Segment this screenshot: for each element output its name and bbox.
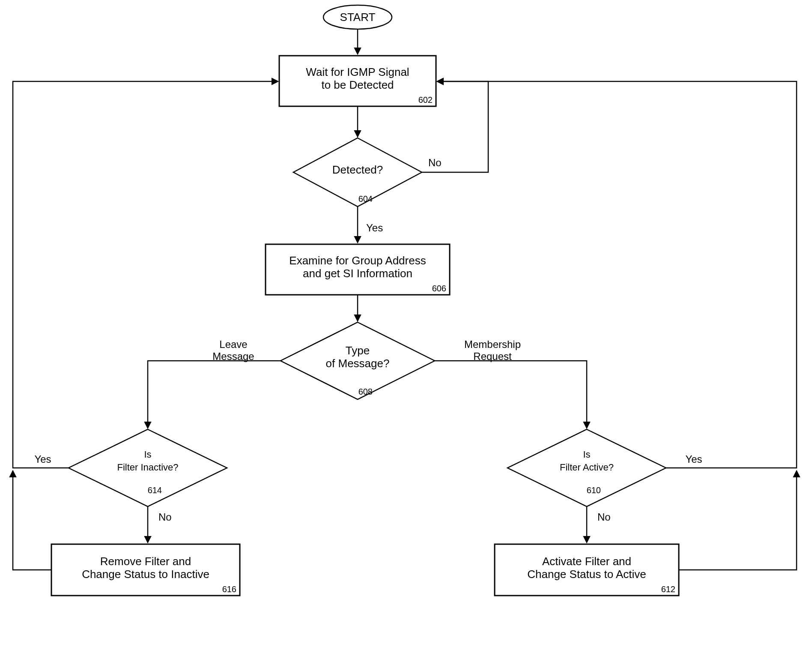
- edge-608-mem-l2: Request: [473, 350, 512, 362]
- node-608-ref: 608: [358, 387, 373, 396]
- node-610-ref: 610: [587, 485, 601, 495]
- node-614-line2: Filter Inactive?: [117, 462, 178, 473]
- node-612-line2: Change Status to Active: [527, 568, 646, 581]
- node-614-line1: Is: [144, 449, 151, 460]
- node-602: Wait for IGMP Signal to be Detected 602: [279, 56, 436, 106]
- start-label: START: [340, 11, 376, 24]
- node-614-ref: 614: [148, 485, 162, 495]
- node-612-ref: 612: [661, 584, 675, 594]
- node-606-ref: 606: [432, 284, 446, 293]
- node-606-line2: and get SI Information: [303, 267, 412, 280]
- node-604-line1: Detected?: [332, 163, 383, 176]
- edge-608-leave: [148, 361, 281, 428]
- node-616-line2: Change Status to Inactive: [82, 568, 209, 581]
- node-612: Activate Filter and Change Status to Act…: [495, 544, 679, 596]
- node-602-ref: 602: [418, 95, 433, 105]
- edge-616-return: [13, 471, 51, 570]
- node-616-ref: 616: [222, 584, 236, 594]
- node-608-line2: of Message?: [326, 357, 390, 370]
- node-602-line1: Wait for IGMP Signal: [306, 66, 409, 78]
- edge-610-yes: [438, 81, 797, 468]
- start-terminator: START: [323, 5, 392, 29]
- edge-608-mem-l1: Membership: [464, 338, 521, 350]
- edge-614-yes-label: Yes: [34, 453, 51, 465]
- node-604-ref: 604: [358, 194, 373, 204]
- node-614: Is Filter Inactive? 614: [69, 429, 227, 506]
- edge-608-leave-l1: Leave: [219, 338, 247, 350]
- node-610-line2: Filter Active?: [560, 462, 614, 473]
- edge-608-leave-l2: Message: [212, 350, 254, 362]
- edge-610-no-label: No: [597, 511, 611, 523]
- node-606-line1: Examine for Group Address: [289, 254, 426, 267]
- node-602-line2: to be Detected: [321, 78, 394, 91]
- edge-604-no-label: No: [428, 157, 442, 168]
- edge-604-yes-label: Yes: [366, 222, 383, 234]
- edge-614-yes: [13, 81, 278, 468]
- edge-614-no-label: No: [158, 511, 172, 523]
- node-604: Detected? 604: [293, 138, 422, 207]
- edge-610-yes-label: Yes: [685, 453, 702, 465]
- node-606: Examine for Group Address and get SI Inf…: [266, 244, 450, 295]
- edge-608-membership: [435, 361, 587, 428]
- node-612-line1: Activate Filter and: [542, 555, 631, 568]
- edge-612-return: [679, 471, 797, 570]
- node-610: Is Filter Active? 610: [508, 429, 666, 506]
- node-608: Type of Message? 608: [281, 322, 435, 399]
- node-610-line1: Is: [583, 449, 590, 460]
- node-608-line1: Type: [346, 344, 370, 357]
- node-616: Remove Filter and Change Status to Inact…: [51, 544, 240, 596]
- node-616-line1: Remove Filter and: [100, 555, 191, 568]
